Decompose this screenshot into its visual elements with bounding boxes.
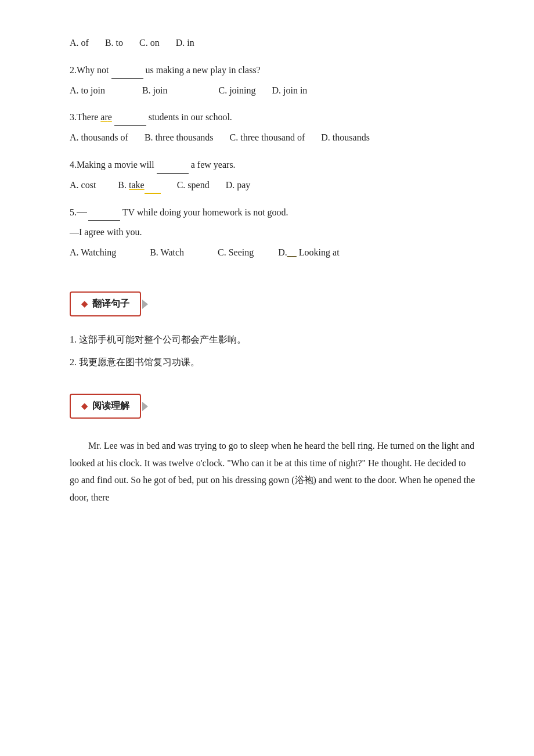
q4-block: 4.Making a movie will a few years. A. co…: [70, 157, 476, 194]
translation-2: 2. 我更愿意在图书馆复习功课。: [70, 354, 476, 371]
q4-blank: [157, 164, 189, 174]
q5-block: 5. TV while doing your homework is not g…: [70, 204, 476, 261]
q1-block: A. of B. to C. on D. in: [70, 35, 476, 52]
q3-e: e: [108, 112, 112, 122]
q5-option-c: C. Seeing: [218, 244, 254, 261]
q4-take-ext: [145, 185, 161, 194]
q3-are-underline: ar: [100, 112, 107, 122]
reading-header: ◆ 阅读理解: [70, 394, 141, 419]
q1-options: A. of B. to C. on D. in: [70, 35, 476, 52]
q1-option-d: D. in: [176, 35, 194, 52]
q4-option-c: C. spend: [177, 177, 210, 194]
q5-response: —I agree with you.: [70, 224, 476, 241]
q3-block: 3.There are students in our school. A. t…: [70, 109, 476, 146]
q5-blank: [88, 211, 120, 221]
q2-blank: [111, 70, 143, 79]
q4-options: A. cost B. take C. spend D. pay: [70, 177, 476, 194]
q5-options: A. Watching B. Watch C. Seeing D.__ Look…: [70, 244, 476, 261]
translation-1: 1. 这部手机可能对整个公司都会产生影响。: [70, 332, 476, 348]
q1-option-c: C. on: [139, 35, 160, 52]
reading-section: ◆ 阅读理解: [70, 381, 476, 429]
q3-options: A. thousands of B. three thousands C. th…: [70, 129, 476, 146]
q4-take-underline: take: [129, 180, 145, 190]
q5-stem: 5. TV while doing your homework is not g…: [70, 204, 476, 221]
q2-options: A. to join B. join C. joining D. join in: [70, 82, 476, 99]
q2-stem: 2.Why not us making a new play in class?: [70, 62, 476, 79]
q3-stem: 3.There are students in our school.: [70, 109, 476, 126]
q2-option-d: D. join in: [272, 82, 307, 99]
q2-option-b: B. join: [142, 82, 168, 99]
q2-option-a: A. to join: [70, 82, 105, 99]
reading-passage: Mr. Lee was in bed and was trying to go …: [70, 437, 476, 506]
q1-option-a: A. of: [70, 35, 89, 52]
reading-label: 阅读理解: [92, 398, 129, 415]
q3-option-c: C. three thousand of: [230, 129, 305, 146]
q5-option-d: D.__ Looking at: [278, 244, 339, 261]
q3-option-d: D. thousands: [321, 129, 370, 146]
translation-arrow: [142, 300, 148, 309]
q4-option-a: A. cost: [70, 177, 96, 194]
reading-arrow: [142, 402, 148, 411]
reading-diamond: ◆: [81, 399, 88, 413]
q4-option-d: D. pay: [226, 177, 251, 194]
q3-option-b: B. three thousands: [145, 129, 214, 146]
q5-option-a: A. Watching: [70, 244, 116, 261]
q1-option-b: B. to: [105, 35, 123, 52]
q2-option-c: C. joining: [218, 82, 255, 99]
translation-label: 翻译句子: [92, 296, 129, 312]
translation-diamond: ◆: [81, 297, 88, 311]
translation-header: ◆ 翻译句子: [70, 291, 141, 316]
q5-d-underline: __: [287, 247, 297, 257]
q5-dash: [77, 213, 87, 213]
q3-blank: [114, 117, 146, 126]
q5-option-b: B. Watch: [150, 244, 184, 261]
q2-block: 2.Why not us making a new play in class?…: [70, 62, 476, 99]
translation-section: ◆ 翻译句子: [70, 279, 476, 327]
q3-option-a: A. thousands of: [70, 129, 128, 146]
q4-stem: 4.Making a movie will a few years.: [70, 157, 476, 174]
q4-option-b: B. take: [118, 177, 160, 194]
